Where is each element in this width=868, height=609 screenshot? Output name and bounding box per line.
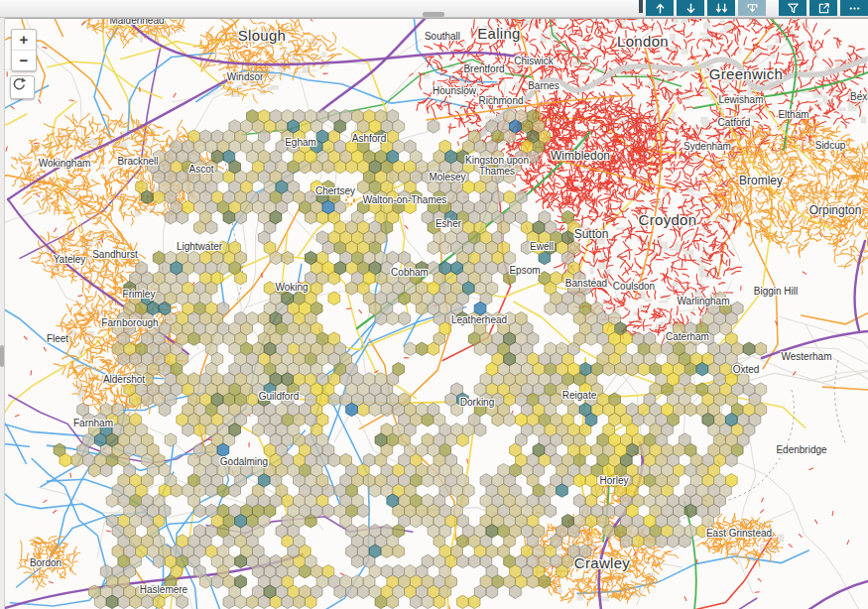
toolbar-edge-sliver xyxy=(639,0,643,13)
poi-layer xyxy=(346,196,354,204)
merge-arrow-icon xyxy=(745,1,760,16)
filter-button[interactable] xyxy=(779,0,806,16)
circular-arrow-icon xyxy=(11,76,27,92)
merge-button[interactable] xyxy=(738,0,766,16)
splitter-grip-icon[interactable] xyxy=(423,12,444,17)
open-external-button[interactable] xyxy=(809,0,837,16)
ellipsis-icon xyxy=(847,1,862,16)
move-all-down-button[interactable] xyxy=(707,0,735,16)
zoom-in-button[interactable]: + xyxy=(12,30,36,51)
map-application-window: { "toolbar": { "button_color": "#17708e"… xyxy=(0,0,868,609)
arrow-down-icon xyxy=(683,1,698,16)
zoom-out-button[interactable]: − xyxy=(12,51,36,70)
funnel-icon xyxy=(786,1,801,16)
export-icon xyxy=(816,1,831,16)
more-options-button[interactable] xyxy=(840,0,868,16)
reset-view-button[interactable] xyxy=(10,75,35,99)
map-toolbar xyxy=(639,0,868,16)
map-svg xyxy=(5,19,868,609)
move-up-button[interactable] xyxy=(646,0,674,16)
map-canvas[interactable]: MaidenheadSloughWindsorSouthallEalingLon… xyxy=(5,18,868,609)
arrow-up-icon xyxy=(653,1,668,16)
junction-marker xyxy=(346,196,354,204)
left-splitter-bar[interactable] xyxy=(0,18,5,609)
zoom-control: + − xyxy=(11,29,37,71)
move-down-button[interactable] xyxy=(677,0,704,16)
splitter-grip-icon[interactable] xyxy=(0,345,4,367)
double-arrow-down-icon xyxy=(714,1,729,16)
